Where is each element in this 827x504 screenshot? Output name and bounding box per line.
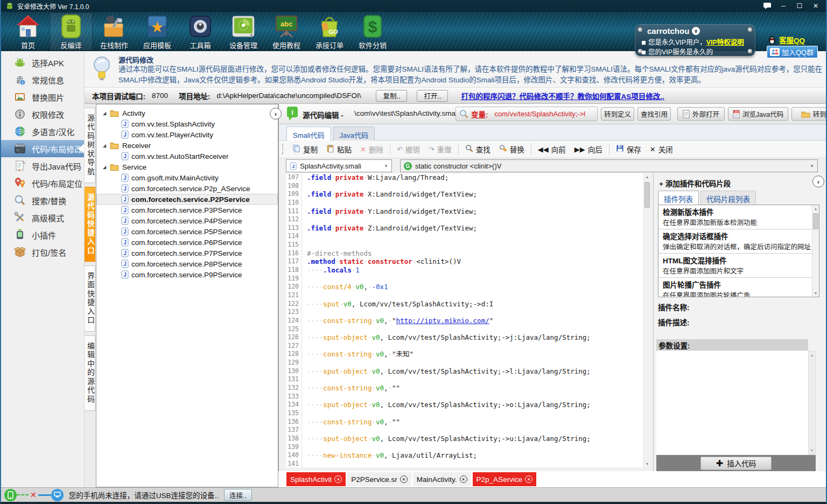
maximize-button[interactable]: ☐ [791,0,808,11]
tree-item[interactable]: Jcom.gsoft.mitv.MainActivity [96,172,278,183]
plugin-list-scrollbar[interactable]: ▲ ▼ [812,205,819,297]
params-scrollbar[interactable]: ▲ ▼ [808,351,816,454]
toolbar-button-label: 复制 [303,144,318,155]
tree-folder-row[interactable]: ◢Service [96,162,278,172]
tree-item[interactable]: Jcom.vv.test.SplashActivity [96,118,278,129]
tree-folder-row[interactable]: ◢Receiver [96,140,278,151]
people-icon [770,48,780,56]
tree-item[interactable]: Jcom.forcetech.service.P2p_AService [96,183,278,194]
join-qq-group-button[interactable]: 加入QQ群 [767,46,818,58]
minimize-button[interactable]: ─ [775,0,791,11]
toolbar-item-home[interactable]: 首页 [6,12,50,51]
feedback-icon[interactable] [759,0,775,11]
close-icon[interactable]: ✕ [334,475,342,483]
screw-icon [748,49,752,53]
line-number: 133 [286,393,302,401]
goto-definition-button[interactable]: 转到定义 [601,107,634,121]
connect-button[interactable]: 连接.. [224,489,252,501]
tree-item[interactable]: Jcom.vv.test.PlayerActivity [96,129,278,140]
tree-item[interactable]: Jcom.vv.test.AutoStartReceiver [96,151,278,162]
toolbar-item-online[interactable]: 在线制作 [93,12,136,51]
file-tab-P2PService.sr[interactable]: P2PService.sr✕ [347,472,411,486]
collapse-plugin-panel-button[interactable]: › [812,176,824,187]
close-icon[interactable]: ✕ [400,475,408,483]
file-combo[interactable]: J SplashActivity.smali ▼ [286,159,392,172]
copy-path-button[interactable]: 复制.. [376,90,407,102]
close-icon[interactable]: ✕ [525,475,532,483]
code-scrollbar[interactable]: ▲ ▼ [643,173,650,467]
variable-search-box[interactable]: 变量: com/vv/test/SplashActivity;->l [455,107,598,121]
toolbar-item-decompile[interactable]: 反编译 [50,12,93,51]
close-icon[interactable]: ✕ [460,475,467,483]
expand-triangle-icon[interactable]: ◢ [103,143,109,148]
collapse-tree-button[interactable]: › [270,108,282,120]
svg-text:abc: abc [281,20,292,28]
toolbar-item-order[interactable]: GO承接订单 [308,12,351,51]
tree-item[interactable]: Jcom.forcetech.service.P9PService [96,269,278,280]
nav-tab-1[interactable]: 源代码树状导航 [85,108,95,183]
plugin-list-item[interactable]: 确定选择对话框插件弹出确定和取消的对话框，确定后访问指定的网址 [658,229,819,254]
file-tab-SplashActivit[interactable]: SplashActivit✕ [286,472,346,486]
toolbar-item-template[interactable]: ★应用模板 [136,12,179,51]
editor-toolbar-save-button[interactable]: 保存 [612,142,646,156]
sidebar-item-advanced[interactable]: 高级模式 [1,209,84,226]
file-tab-MainActivity.[interactable]: MainActivity.✕ [413,472,471,486]
editor-toolbar-copy-button[interactable]: 复制 [288,142,322,156]
tree-folder-row[interactable]: ◢Activity [96,108,278,118]
sidebar-item-image[interactable]: 替换图片 [1,88,84,106]
sidebar-item-apk[interactable]: 选择APK [1,54,84,71]
editor-toolbar-paste-button[interactable]: 粘贴 [322,142,356,156]
smali-code-editor[interactable]: ▲ ▼ 107.field·private·W:Ljava/lang/Threa… [286,173,650,467]
code-line: 122····sput·v0,·Lcom/vv/test/SplashActiv… [286,300,650,309]
plugin-list-item[interactable]: HTML图文混排插件在任意界面添加图片和文字 [658,254,819,278]
sidebar-item-package[interactable]: 打包/签名 [1,243,84,261]
editor-toolbar-replace-button[interactable]: 替换 [495,142,529,156]
toolbar-item-dollar[interactable]: $软件分销 [351,12,394,51]
vip-privilege-link[interactable]: VIP特权说明 [706,39,744,46]
tree-item[interactable]: Jcom.forcetech.service.P6PService [96,237,278,248]
tree-item[interactable]: Jcom.forcetech.service.P8PService [96,258,278,269]
svg-text:J: J [123,186,127,192]
sidebar-item-perm[interactable]: 权限修改 [1,106,84,123]
tree-item[interactable]: Jcom.forcetech.service.P4PService [96,215,278,226]
plugin-list-item[interactable]: 检测新版本插件在任意界面添加新版本检测功能 [658,205,819,229]
as-project-help-link[interactable]: 打包的程序闪退？代码修改不顺手？教你如何配置AS项目修改.. [461,90,664,101]
chevron-down-icon[interactable]: ∨ [692,27,700,35]
nav-tab-2[interactable]: 源代码快捷入口 [85,187,95,262]
service-qq-link[interactable]: 客服QQ [768,34,805,45]
expand-triangle-icon[interactable]: ◢ [103,165,109,170]
sidebar-item-code[interactable]: >_代码/布局修改 [1,140,84,157]
editor-toolbar-fwd-button[interactable]: ▶▶向后 [570,142,607,156]
tree-item[interactable]: Jcom.forcetech.service.P7PService [96,248,278,258]
plugin-params-area[interactable] [656,351,808,454]
sidebar-item-lang[interactable]: 多语言/汉化 [1,123,84,140]
editor-toolbar-back-button[interactable]: ◀◀向前 [534,142,570,156]
browse-java-button[interactable]: JAVA 浏览Java代码 [728,107,788,121]
file-tab-P2p_AService[interactable]: P2p_AService✕ [473,472,537,486]
editor-toolbar-close-button[interactable]: ✕关闭 [646,142,677,156]
sidebar-item-export[interactable]: J导出Java代码 [1,157,84,174]
toolbar-item-device[interactable]: 设备管理 [222,12,265,51]
nav-tab-4[interactable]: 编辑中的源代码 [85,335,95,411]
expand-triangle-icon[interactable]: ◢ [103,111,109,116]
plugin-list-item[interactable]: 图片轮播广告插件在任意界面添加图片轮播广告 [658,278,819,297]
sidebar-item-locate[interactable]: 代码/布局定位 [1,174,84,192]
editor-toolbar-find-button[interactable]: 查找 [461,142,495,156]
find-references-button[interactable]: 查找引用 [637,107,671,121]
nav-tab-3[interactable]: 界面快捷入口 [85,265,95,332]
tree-item[interactable]: Jcom.forcetech.service.P2PService [96,194,278,205]
toolbar-item-toolbox[interactable]: 工具箱 [179,12,222,51]
goto-directory-button[interactable]: 转到目 [791,107,827,121]
tree-item[interactable]: Jcom.forcetech.service.P3PService [96,205,278,215]
open-path-button[interactable]: 打开.. [417,90,448,102]
close-button[interactable]: ✕ [808,0,824,11]
external-open-button[interactable]: 外部打开 [677,107,725,121]
tree-item[interactable]: Jcom.forcetech.service.P5PService [96,226,278,237]
insert-code-button[interactable]: ✚ 插入代码 [700,457,772,470]
method-combo[interactable]: G static constructor <clinit>()V ▼ [400,159,818,172]
toolbar-item-tutorial[interactable]: abc使用教程 [265,12,308,51]
java-file-icon: J [121,120,129,128]
sidebar-item-plugin[interactable]: 小插件 [1,226,84,243]
sidebar-item-info[interactable]: i常规信息 [1,71,84,88]
sidebar-item-search[interactable]: 搜索/替换 [1,192,84,209]
